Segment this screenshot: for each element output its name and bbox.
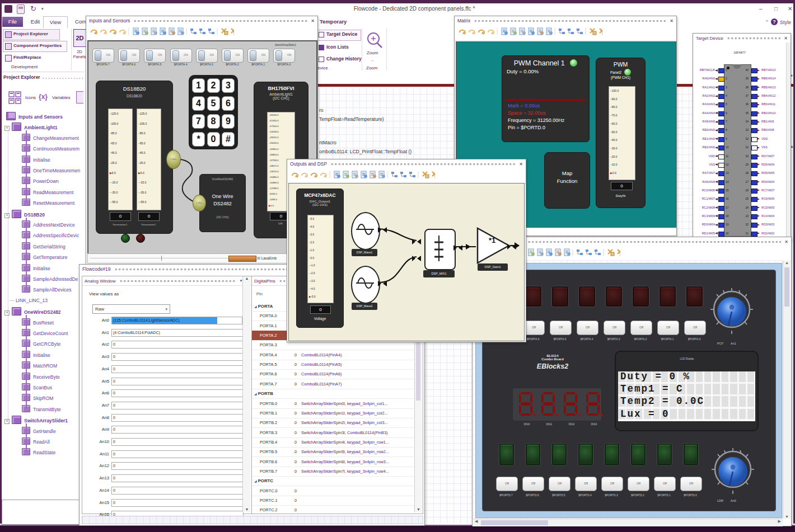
svg-text:*1: *1 [489, 236, 495, 244]
